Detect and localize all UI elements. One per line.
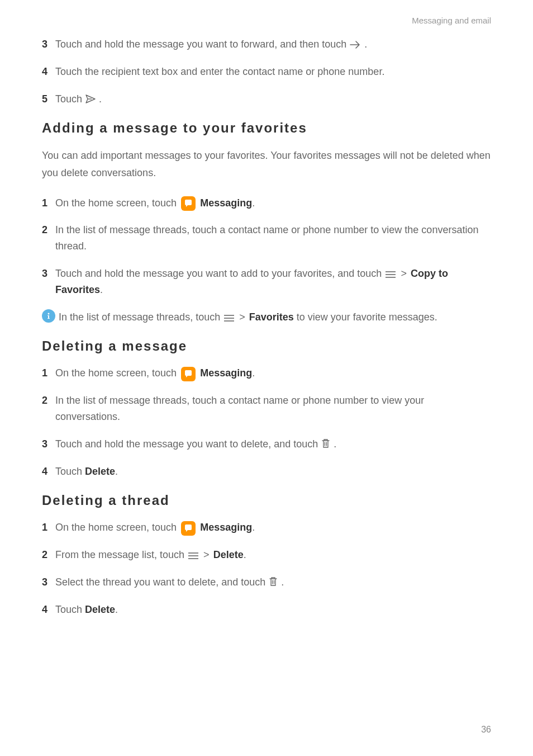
step-2-menu-delete: 2 From the message list, touch > Delete. <box>42 547 491 563</box>
heading-delete-thread: Deleting a thread <box>42 493 491 508</box>
text-part: . <box>364 39 367 50</box>
text-part: . <box>252 367 255 379</box>
messaging-app-icon <box>181 521 196 536</box>
text-part: . <box>100 284 103 295</box>
info-icon <box>42 309 55 323</box>
text-part: to view your favorite messages. <box>294 311 437 323</box>
info-tip: In the list of message threads, touch > … <box>42 309 491 325</box>
step-number: 3 <box>42 266 55 282</box>
step-3-forward: 3 Touch and hold the message you want to… <box>42 36 491 53</box>
step-text: On the home screen, touch Messaging. <box>55 195 491 211</box>
text-part: . <box>115 604 118 615</box>
svg-point-3 <box>48 313 50 314</box>
trash-icon <box>321 438 331 449</box>
text-part: Touch and hold the message you want to f… <box>55 39 349 50</box>
step-text: In the list of message threads, touch a … <box>55 393 491 425</box>
text-part: Select the thread you want to delete, an… <box>55 577 268 588</box>
step-number: 1 <box>42 195 55 211</box>
step-text: In the list of message threads, touch a … <box>55 222 491 254</box>
text-part: . <box>115 466 118 477</box>
step-3-delete-msg: 3 Touch and hold the message you want to… <box>42 436 491 452</box>
text-part: In the list of message threads, touch <box>59 311 223 323</box>
step-1-home: 1 On the home screen, touch Messaging. <box>42 519 491 536</box>
text-part: Touch <box>55 466 85 477</box>
gt-symbol: > <box>239 311 245 323</box>
text-part: Touch <box>55 93 85 105</box>
text-part: . <box>244 549 246 560</box>
step-text: On the home screen, touch Messaging. <box>55 365 491 381</box>
text-part: On the home screen, touch <box>55 197 179 209</box>
step-text: Touch . <box>55 91 491 107</box>
step-number: 4 <box>42 64 55 80</box>
text-part: Touch and hold the message you want to a… <box>55 268 384 279</box>
text-part: . <box>252 522 255 533</box>
text-bold: Messaging <box>200 367 252 379</box>
step-text: Touch and hold the message you want to d… <box>55 436 491 452</box>
page-number: 36 <box>481 725 491 735</box>
gt-symbol: > <box>401 268 407 279</box>
gt-symbol: > <box>203 549 210 560</box>
step-number: 3 <box>42 36 55 53</box>
step-number: 5 <box>42 91 55 107</box>
step-number: 3 <box>42 574 55 590</box>
text-part: . <box>281 577 284 588</box>
step-number: 1 <box>42 519 55 536</box>
step-text: Touch Delete. <box>55 464 491 480</box>
step-number: 2 <box>42 222 55 238</box>
step-text: Touch and hold the message you want to f… <box>55 36 491 53</box>
send-icon <box>85 94 96 104</box>
step-4-touch-delete: 4 Touch Delete. <box>42 464 491 480</box>
step-text: From the message list, touch > Delete. <box>55 547 491 563</box>
menu-icon <box>384 271 397 278</box>
step-2-threads: 2 In the list of message threads, touch … <box>42 393 491 425</box>
text-bold: Favorites <box>249 311 294 323</box>
text-bold: Delete <box>85 466 115 477</box>
step-text: Touch the recipient text box and enter t… <box>55 64 491 80</box>
text-part: . <box>99 93 102 105</box>
step-text: Touch and hold the message you want to a… <box>55 266 491 298</box>
step-4-touch-delete: 4 Touch Delete. <box>42 602 491 618</box>
step-4-recipient: 4 Touch the recipient text box and enter… <box>42 64 491 80</box>
text-bold: Delete <box>85 604 115 615</box>
step-number: 4 <box>42 602 55 618</box>
body-text: You can add important messages to your f… <box>42 147 491 181</box>
step-3-select-thread: 3 Select the thread you want to delete, … <box>42 574 491 590</box>
step-text: Touch Delete. <box>55 602 491 618</box>
heading-delete-message: Deleting a message <box>42 338 491 354</box>
info-text: In the list of message threads, touch > … <box>59 309 437 325</box>
step-number: 3 <box>42 436 55 452</box>
messaging-app-icon <box>181 196 196 211</box>
step-number: 2 <box>42 393 55 409</box>
text-part: . <box>252 197 255 209</box>
step-1-home: 1 On the home screen, touch Messaging. <box>42 195 491 211</box>
step-text: On the home screen, touch Messaging. <box>55 519 491 536</box>
messaging-app-icon <box>181 367 196 381</box>
text-part: Touch and hold the message you want to d… <box>55 438 321 450</box>
step-3-copy-favorites: 3 Touch and hold the message you want to… <box>42 266 491 298</box>
step-number: 1 <box>42 365 55 381</box>
text-part: On the home screen, touch <box>55 522 179 533</box>
step-2-threads: 2 In the list of message threads, touch … <box>42 222 491 254</box>
step-5-send: 5 Touch . <box>42 91 491 107</box>
step-number: 4 <box>42 464 55 480</box>
heading-favorites: Adding a message to your favorites <box>42 120 491 136</box>
text-bold: Delete <box>213 549 244 560</box>
menu-icon <box>187 552 199 560</box>
text-part: . <box>334 438 336 450</box>
text-bold: Messaging <box>200 197 252 209</box>
text-part: On the home screen, touch <box>55 367 179 379</box>
text-bold: Messaging <box>200 522 252 533</box>
menu-icon <box>223 314 235 322</box>
text-part: From the message list, touch <box>55 549 187 560</box>
trash-icon <box>268 576 278 587</box>
text-part: Touch <box>55 604 85 615</box>
arrow-right-icon <box>349 40 361 49</box>
step-1-home: 1 On the home screen, touch Messaging. <box>42 365 491 381</box>
step-text: Select the thread you want to delete, an… <box>55 574 491 590</box>
section-header: Messaging and email <box>42 16 491 25</box>
step-number: 2 <box>42 547 55 563</box>
